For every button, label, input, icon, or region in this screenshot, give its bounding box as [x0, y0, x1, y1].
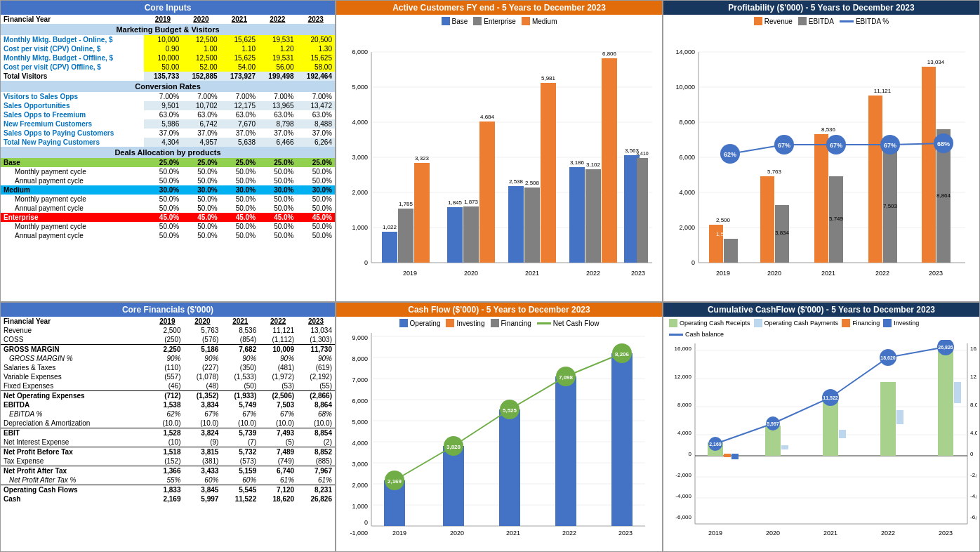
bar-2021-enterprise — [524, 188, 540, 263]
cf-bar-2021 — [499, 409, 520, 526]
row-label: Monthly Mktg. Budget - Online, $ — [1, 35, 144, 44]
svg-text:3,828: 3,828 — [446, 444, 461, 450]
list-item: Net Profit After Tax % 55% 60% 60% 61% 6… — [1, 475, 335, 485]
bar-2022-enterprise — [585, 169, 601, 263]
cf-fy-label: Financial Year — [1, 317, 151, 326]
svg-text:-2,000: -2,000 — [675, 472, 691, 478]
cum-fin-2019 — [724, 454, 731, 457]
svg-text:-2,000: -2,000 — [970, 472, 977, 478]
year-2021: 2021 — [220, 15, 258, 24]
svg-text:5,981: 5,981 — [541, 75, 556, 81]
cum-pay-2020 — [781, 445, 788, 449]
svg-text:3,323: 3,323 — [415, 155, 430, 162]
list-item: EBITDA % 62% 67% 67% 67% 68% — [1, 409, 335, 419]
deals-header: Deals Allocation by products — [1, 147, 335, 158]
year-2019: 2019 — [144, 15, 182, 24]
profitability-svg: 0 2,000 4,000 6,000 8,000 10,000 14,000 … — [670, 31, 972, 291]
svg-text:2021: 2021 — [525, 270, 539, 277]
svg-text:4,000: 4,000 — [679, 189, 695, 196]
svg-text:0: 0 — [689, 451, 692, 457]
list-item: Sales Opps to Paying Customers 37.0% 37.… — [1, 129, 335, 138]
cash-flow-panel: Cash Flow ($'000) - 5 Years to December … — [336, 302, 663, 552]
ebitda-legend-label: EBITDA — [809, 18, 834, 25]
list-item: Sales Opportunities 9,501 10,702 12,175 … — [1, 101, 335, 110]
bar-2021-revenue — [814, 134, 828, 263]
svg-text:67%: 67% — [884, 142, 896, 149]
svg-text:-4,000: -4,000 — [970, 493, 977, 499]
svg-text:62%: 62% — [724, 151, 736, 158]
active-customers-svg: 0 1,000 2,000 3,000 4,000 5,000 6,000 1,… — [343, 31, 656, 291]
svg-text:1,022: 1,022 — [383, 224, 397, 230]
legend-medium: Medium — [522, 17, 557, 25]
cf-bar-2020 — [443, 446, 464, 526]
marketing-header: Marketing Budget & Visitors — [1, 24, 335, 35]
svg-text:3,000: 3,000 — [352, 461, 368, 468]
svg-text:2,000: 2,000 — [679, 224, 695, 231]
legend-base: Base — [442, 17, 468, 25]
svg-text:7,503: 7,503 — [883, 203, 898, 209]
list-item: Total New Paying Customers 4,304 4,957 5… — [1, 138, 335, 147]
svg-text:2020: 2020 — [464, 270, 478, 277]
core-inputs-header: Core Inputs — [1, 1, 335, 15]
svg-text:1,845: 1,845 — [448, 199, 463, 206]
svg-text:6,000: 6,000 — [352, 397, 368, 405]
legend-ebitda: EBITDA — [798, 17, 834, 25]
svg-text:26,826: 26,826 — [938, 345, 953, 350]
enterprise-legend-label: Enterprise — [484, 18, 516, 25]
svg-text:8,000: 8,000 — [970, 402, 977, 408]
svg-text:4,000: 4,000 — [352, 440, 368, 447]
svg-text:2023: 2023 — [618, 530, 633, 537]
profitability-panel: Profitability ($'000) - 5 Years to Decem… — [663, 0, 980, 302]
svg-text:-4,000: -4,000 — [675, 493, 691, 499]
svg-text:2022: 2022 — [875, 270, 889, 277]
svg-text:4,000: 4,000 — [970, 430, 977, 436]
legend-revenue: Revenue — [754, 17, 793, 25]
svg-text:2019: 2019 — [392, 530, 406, 537]
svg-text:2022: 2022 — [881, 530, 895, 537]
legend-enterprise: Enterprise — [473, 17, 516, 25]
svg-text:9,000: 9,000 — [352, 334, 368, 341]
core-inputs-table: Financial Year 2019 2020 2021 2022 2023 … — [1, 15, 335, 240]
svg-text:2,000: 2,000 — [352, 189, 368, 196]
svg-text:3,186: 3,186 — [570, 159, 585, 166]
medium-legend-color — [522, 17, 530, 25]
svg-text:68%: 68% — [937, 140, 950, 147]
list-item: Sales Opps to Freemium 63.0% 63.0% 63.0%… — [1, 110, 335, 119]
svg-text:5,763: 5,763 — [767, 169, 782, 175]
cumulative-legend: Operating Cash Receipts Operating Cash P… — [663, 317, 979, 340]
svg-text:8,000: 8,000 — [352, 355, 368, 362]
conversion-header: Conversion Rates — [1, 81, 335, 92]
cumulative-svg: 16,000 12,000 8,000 4,000 0 -2,000 -4,00… — [667, 340, 977, 547]
svg-text:2023: 2023 — [631, 270, 645, 277]
svg-text:2022: 2022 — [586, 270, 600, 277]
svg-text:2022: 2022 — [562, 530, 576, 537]
list-item: Total Visitors 135,733 152,885 173,927 1… — [1, 72, 335, 81]
svg-text:6,000: 6,000 — [352, 48, 368, 55]
svg-text:2,508: 2,508 — [525, 180, 540, 186]
svg-text:12,000: 12,000 — [675, 374, 692, 380]
cum-pay-2023 — [954, 382, 961, 403]
cf-bar-2023 — [611, 353, 633, 526]
svg-text:2,000: 2,000 — [352, 482, 368, 489]
svg-text:7,000: 7,000 — [352, 376, 368, 383]
svg-text:-6,000: -6,000 — [970, 514, 977, 520]
svg-text:2019: 2019 — [708, 530, 722, 537]
bar-2019-ebitda — [724, 239, 738, 263]
svg-text:12,000: 12,000 — [970, 374, 977, 380]
ebitda-pct-legend-label: EBITDA % — [856, 18, 889, 25]
svg-text:2021: 2021 — [823, 530, 837, 537]
active-customers-header: Active Customers FY end - 5 Years to Dec… — [336, 1, 662, 15]
svg-text:1,000: 1,000 — [352, 503, 368, 510]
list-item: COSS (250) (576) (854) (1,112) (1,303) — [1, 335, 335, 345]
svg-text:67%: 67% — [778, 142, 790, 149]
list-item: Operating Cash Flows 1,833 3,845 5,545 7… — [1, 485, 335, 495]
list-item: Monthly Mktg. Budget - Online, $ 10,000 … — [1, 35, 335, 44]
list-item: EBITDA 1,538 3,834 5,749 7,503 8,864 — [1, 400, 335, 409]
bar-2020-revenue — [760, 176, 774, 263]
core-financials-header: Core Financials ($'000) — [1, 303, 335, 317]
list-item: Cost per visit (CPV) Offline, $ 50.00 52… — [1, 63, 335, 72]
svg-text:0: 0 — [970, 451, 974, 457]
svg-text:8,000: 8,000 — [677, 402, 692, 408]
active-customers-panel: Active Customers FY end - 5 Years to Dec… — [336, 0, 663, 302]
profitability-chart: 0 2,000 4,000 6,000 8,000 10,000 14,000 … — [663, 27, 979, 296]
